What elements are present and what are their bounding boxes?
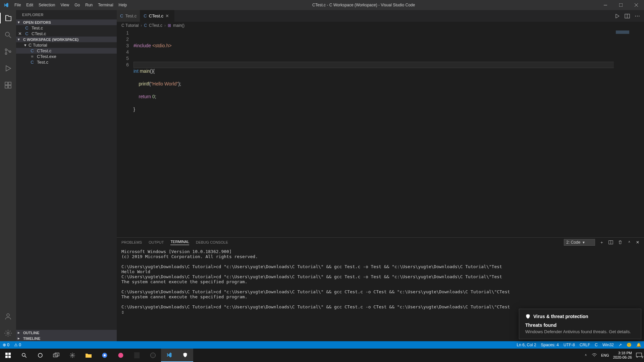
code-token: <stdio.h>: [152, 43, 172, 48]
explorer-icon[interactable]: [0, 13, 16, 23]
more-icon[interactable]: ⋯: [635, 13, 640, 19]
terminal-dropdown[interactable]: 2: Code ▾: [564, 239, 595, 246]
folder-item[interactable]: ▾ C Tutorial: [16, 42, 117, 48]
extensions-icon[interactable]: [0, 80, 16, 90]
split-terminal-icon[interactable]: [608, 240, 613, 245]
close-icon[interactable]: ✕: [18, 31, 22, 36]
close-panel-icon[interactable]: ✕: [636, 240, 639, 245]
explorer-title: EXPLORER: [16, 10, 117, 19]
run-icon[interactable]: [614, 13, 620, 19]
workspace-header[interactable]: ▾ C WORKSPACE (WORKSPACE): [16, 37, 117, 42]
open-editor-item[interactable]: C Test.c: [16, 25, 117, 31]
menu-go[interactable]: Go: [72, 3, 83, 7]
run-debug-icon[interactable]: [0, 63, 16, 74]
unreal-icon[interactable]: [145, 349, 161, 362]
status-cursor[interactable]: Ln 6, Col 2: [517, 343, 536, 347]
breadcrumb-item[interactable]: C Tutorial: [121, 23, 139, 28]
svg-point-31: [118, 353, 123, 358]
defender-icon[interactable]: [177, 349, 193, 362]
menu-help[interactable]: Help: [116, 3, 130, 7]
code-content[interactable]: #include <stdio.h> int main(){ printf("H…: [133, 29, 644, 237]
close-icon[interactable]: ✕: [165, 13, 171, 18]
file-item[interactable]: C CTest.c: [16, 48, 117, 54]
tab-terminal[interactable]: TERMINAL: [170, 240, 189, 245]
breadcrumb-item[interactable]: main(): [173, 23, 184, 28]
epic-icon[interactable]: [129, 349, 145, 362]
minimap[interactable]: [614, 29, 644, 237]
shield-icon: [525, 314, 531, 319]
status-feedback-icon[interactable]: ↗: [619, 343, 622, 347]
open-editors-header[interactable]: ▾ OPEN EDITORS: [16, 19, 117, 25]
breadcrumb[interactable]: C Tutorial › C CTest.c › ⊞ main(): [117, 22, 644, 29]
file-item[interactable]: C Test.c: [16, 59, 117, 65]
status-spaces[interactable]: Spaces: 4: [541, 343, 559, 347]
menu-run[interactable]: Run: [83, 3, 95, 7]
tab-test-c[interactable]: C Test.c: [117, 10, 140, 22]
svg-point-8: [9, 51, 11, 53]
file-item[interactable]: ≡ CTest.exe: [16, 54, 117, 59]
status-bell-icon[interactable]: 🔔: [636, 343, 641, 347]
chevron-right-icon: ›: [141, 23, 142, 28]
code-token: return: [139, 94, 151, 99]
menu-selection[interactable]: Selection: [36, 3, 58, 7]
settings-gear-icon[interactable]: [0, 328, 16, 339]
tab-debug-console[interactable]: DEBUG CONSOLE: [196, 240, 228, 244]
folder-name: C Tutorial: [29, 43, 47, 48]
editor-body[interactable]: 1 2 3 4 5 6 #include <stdio.h> int main(…: [117, 29, 644, 237]
notif-count: 2: [642, 355, 643, 359]
status-encoding[interactable]: UTF-8: [564, 343, 575, 347]
language-indicator[interactable]: ENG: [601, 353, 609, 357]
notification-toast[interactable]: Virus & threat protection Threats found …: [519, 309, 641, 339]
breadcrumb-item[interactable]: CTest.c: [149, 23, 162, 28]
svg-rect-32: [134, 352, 140, 358]
chrome-icon[interactable]: [97, 349, 113, 362]
vscode-taskbar-icon[interactable]: [161, 349, 177, 362]
status-errors[interactable]: ⊗ 0: [3, 343, 9, 347]
clock[interactable]: 3:18 PM 2020-06-26: [613, 351, 632, 360]
tab-ctest-c[interactable]: C CTest.c ✕: [140, 10, 174, 22]
task-view-icon[interactable]: [48, 349, 64, 362]
close-button[interactable]: [629, 0, 644, 10]
minimize-button[interactable]: [598, 0, 613, 10]
search-icon[interactable]: [16, 349, 32, 362]
itunes-icon[interactable]: [113, 349, 129, 362]
settings-app-icon[interactable]: [64, 349, 80, 362]
source-control-icon[interactable]: [0, 46, 16, 57]
titlebar: File Edit Selection View Go Run Terminal…: [0, 0, 644, 10]
accounts-icon[interactable]: [0, 311, 16, 322]
timeline-header[interactable]: ▸ TIMELINE: [16, 336, 117, 341]
open-editor-item[interactable]: ✕ C CTest.c: [16, 31, 117, 37]
wifi-icon[interactable]: [592, 353, 597, 358]
tray-chevron-icon[interactable]: ＾: [584, 353, 588, 358]
status-eol[interactable]: CRLF: [580, 343, 590, 347]
status-warnings[interactable]: ⚠ 0: [14, 343, 21, 347]
chevron-up-icon[interactable]: ＾: [627, 240, 631, 245]
maximize-button[interactable]: [613, 0, 629, 10]
status-language[interactable]: C: [595, 343, 598, 347]
outline-label: OUTLINE: [23, 331, 39, 335]
outline-header[interactable]: ▸ OUTLINE: [16, 330, 117, 336]
tab-output[interactable]: OUTPUT: [149, 240, 164, 244]
sidebar: EXPLORER ▾ OPEN EDITORS C Test.c ✕ C CTe…: [16, 10, 117, 341]
chevron-down-icon: ▾: [18, 37, 22, 42]
tab-problems[interactable]: PROBLEMS: [121, 240, 142, 244]
status-platform[interactable]: Win32: [602, 343, 614, 347]
exe-file-icon: ≡: [30, 54, 35, 59]
c-file-icon: C: [24, 31, 30, 36]
cortana-icon[interactable]: [32, 349, 48, 362]
file-explorer-icon[interactable]: [80, 349, 97, 362]
chevron-right-icon: ▸: [18, 336, 22, 341]
trash-icon[interactable]: [618, 240, 623, 245]
tab-bar: C Test.c C CTest.c ✕ ⋯: [117, 10, 644, 22]
menu-terminal[interactable]: Terminal: [95, 3, 116, 7]
menu-edit[interactable]: Edit: [23, 3, 36, 7]
new-terminal-icon[interactable]: ＋: [600, 240, 604, 245]
notifications-icon[interactable]: 2: [636, 353, 642, 358]
status-tweet-icon[interactable]: 🙂: [627, 343, 632, 347]
menu-file[interactable]: File: [12, 3, 23, 7]
menu-view[interactable]: View: [58, 3, 72, 7]
search-icon[interactable]: [0, 29, 16, 40]
split-editor-icon[interactable]: [625, 13, 630, 19]
start-button[interactable]: [0, 349, 16, 362]
svg-point-6: [5, 49, 7, 51]
